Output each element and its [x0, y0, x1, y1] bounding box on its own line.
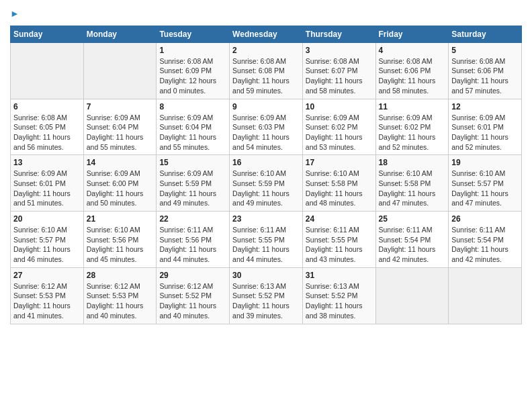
calendar-cell: 6Sunrise: 6:08 AM Sunset: 6:05 PM Daylig… — [11, 99, 84, 155]
calendar-cell: 19Sunrise: 6:10 AM Sunset: 5:57 PM Dayli… — [449, 155, 522, 212]
day-info: Sunrise: 6:11 AM Sunset: 5:55 PM Dayligh… — [232, 225, 300, 265]
day-info: Sunrise: 6:11 AM Sunset: 5:55 PM Dayligh… — [306, 225, 373, 265]
calendar-cell: 12Sunrise: 6:09 AM Sunset: 6:01 PM Dayli… — [449, 99, 522, 155]
calendar-cell — [449, 267, 522, 324]
day-number: 9 — [232, 102, 300, 111]
calendar-cell: 21Sunrise: 6:10 AM Sunset: 5:56 PM Dayli… — [83, 212, 157, 268]
col-header-saturday: Saturday — [449, 26, 522, 42]
day-number: 3 — [306, 46, 373, 55]
calendar-cell: 5Sunrise: 6:08 AM Sunset: 6:06 PM Daylig… — [449, 42, 522, 99]
calendar-cell — [83, 42, 157, 99]
calendar-cell: 7Sunrise: 6:09 AM Sunset: 6:04 PM Daylig… — [83, 99, 157, 155]
day-number: 4 — [379, 46, 446, 55]
day-info: Sunrise: 6:10 AM Sunset: 5:56 PM Dayligh… — [87, 225, 154, 265]
day-number: 20 — [13, 214, 81, 224]
day-number: 18 — [379, 158, 446, 167]
calendar-cell: 1Sunrise: 6:08 AM Sunset: 6:09 PM Daylig… — [157, 42, 230, 99]
calendar-cell: 30Sunrise: 6:13 AM Sunset: 5:52 PM Dayli… — [230, 267, 303, 324]
day-info: Sunrise: 6:09 AM Sunset: 6:01 PM Dayligh… — [451, 113, 519, 152]
day-info: Sunrise: 6:12 AM Sunset: 5:52 PM Dayligh… — [159, 281, 226, 321]
day-info: Sunrise: 6:11 AM Sunset: 5:54 PM Dayligh… — [379, 225, 446, 265]
day-info: Sunrise: 6:10 AM Sunset: 5:58 PM Dayligh… — [379, 169, 446, 208]
calendar-cell: 23Sunrise: 6:11 AM Sunset: 5:55 PM Dayli… — [230, 212, 303, 268]
col-header-tuesday: Tuesday — [157, 26, 230, 42]
calendar-cell — [375, 267, 449, 324]
week-row-5: 27Sunrise: 6:12 AM Sunset: 5:53 PM Dayli… — [11, 267, 522, 324]
day-number: 25 — [379, 214, 446, 224]
col-header-wednesday: Wednesday — [230, 26, 303, 42]
day-info: Sunrise: 6:11 AM Sunset: 5:54 PM Dayligh… — [451, 225, 519, 265]
day-number: 26 — [451, 214, 519, 224]
calendar-cell: 28Sunrise: 6:12 AM Sunset: 5:53 PM Dayli… — [83, 267, 157, 324]
day-info: Sunrise: 6:08 AM Sunset: 6:06 PM Dayligh… — [451, 56, 519, 96]
day-number: 10 — [306, 102, 373, 111]
calendar-header-row: SundayMondayTuesdayWednesdayThursdayFrid… — [11, 26, 522, 42]
calendar-cell — [11, 42, 84, 99]
calendar-cell: 25Sunrise: 6:11 AM Sunset: 5:54 PM Dayli… — [375, 212, 449, 268]
calendar-cell: 10Sunrise: 6:09 AM Sunset: 6:02 PM Dayli… — [302, 99, 375, 155]
calendar-cell: 20Sunrise: 6:10 AM Sunset: 5:57 PM Dayli… — [11, 212, 84, 268]
day-number: 24 — [306, 214, 373, 224]
day-info: Sunrise: 6:09 AM Sunset: 5:59 PM Dayligh… — [159, 169, 226, 208]
calendar-cell: 26Sunrise: 6:11 AM Sunset: 5:54 PM Dayli… — [449, 212, 522, 268]
day-info: Sunrise: 6:08 AM Sunset: 6:09 PM Dayligh… — [159, 56, 226, 96]
col-header-sunday: Sunday — [11, 26, 84, 42]
day-info: Sunrise: 6:10 AM Sunset: 5:59 PM Dayligh… — [232, 169, 300, 208]
day-number: 22 — [159, 214, 226, 224]
week-row-1: 1Sunrise: 6:08 AM Sunset: 6:09 PM Daylig… — [11, 42, 522, 99]
logo: ► — [10, 7, 19, 20]
day-number: 21 — [87, 214, 154, 224]
day-info: Sunrise: 6:09 AM Sunset: 6:03 PM Dayligh… — [232, 113, 300, 152]
calendar-cell: 24Sunrise: 6:11 AM Sunset: 5:55 PM Dayli… — [302, 212, 375, 268]
calendar-cell: 29Sunrise: 6:12 AM Sunset: 5:52 PM Dayli… — [157, 267, 230, 324]
col-header-monday: Monday — [83, 26, 157, 42]
calendar-cell: 18Sunrise: 6:10 AM Sunset: 5:58 PM Dayli… — [375, 155, 449, 212]
day-number: 17 — [306, 158, 373, 167]
day-number: 6 — [13, 102, 81, 111]
day-info: Sunrise: 6:08 AM Sunset: 6:07 PM Dayligh… — [306, 56, 373, 96]
calendar-cell: 15Sunrise: 6:09 AM Sunset: 5:59 PM Dayli… — [157, 155, 230, 212]
calendar-cell: 16Sunrise: 6:10 AM Sunset: 5:59 PM Dayli… — [230, 155, 303, 212]
calendar-cell: 22Sunrise: 6:11 AM Sunset: 5:56 PM Dayli… — [157, 212, 230, 268]
day-number: 15 — [159, 158, 226, 167]
day-info: Sunrise: 6:11 AM Sunset: 5:56 PM Dayligh… — [159, 225, 226, 265]
day-info: Sunrise: 6:10 AM Sunset: 5:57 PM Dayligh… — [13, 225, 81, 265]
day-info: Sunrise: 6:13 AM Sunset: 5:52 PM Dayligh… — [306, 281, 373, 321]
day-number: 23 — [232, 214, 300, 224]
calendar-table: SundayMondayTuesdayWednesdayThursdayFrid… — [10, 26, 522, 324]
day-number: 11 — [379, 102, 446, 111]
page-header: ► — [10, 7, 522, 20]
calendar-cell: 2Sunrise: 6:08 AM Sunset: 6:08 PM Daylig… — [230, 42, 303, 99]
day-number: 29 — [159, 271, 226, 280]
day-number: 5 — [451, 46, 519, 55]
calendar-cell: 27Sunrise: 6:12 AM Sunset: 5:53 PM Dayli… — [11, 267, 84, 324]
week-row-4: 20Sunrise: 6:10 AM Sunset: 5:57 PM Dayli… — [11, 212, 522, 268]
day-number: 2 — [232, 46, 300, 55]
calendar-cell: 17Sunrise: 6:10 AM Sunset: 5:58 PM Dayli… — [302, 155, 375, 212]
day-number: 13 — [13, 158, 81, 167]
day-number: 8 — [159, 102, 226, 111]
week-row-3: 13Sunrise: 6:09 AM Sunset: 6:01 PM Dayli… — [11, 155, 522, 212]
calendar-cell: 13Sunrise: 6:09 AM Sunset: 6:01 PM Dayli… — [11, 155, 84, 212]
day-number: 27 — [13, 271, 81, 280]
day-info: Sunrise: 6:10 AM Sunset: 5:58 PM Dayligh… — [306, 169, 373, 208]
day-number: 19 — [451, 158, 519, 167]
day-number: 28 — [87, 271, 154, 280]
calendar-cell: 3Sunrise: 6:08 AM Sunset: 6:07 PM Daylig… — [302, 42, 375, 99]
day-info: Sunrise: 6:12 AM Sunset: 5:53 PM Dayligh… — [87, 281, 154, 321]
day-info: Sunrise: 6:08 AM Sunset: 6:08 PM Dayligh… — [232, 56, 300, 96]
day-info: Sunrise: 6:09 AM Sunset: 6:04 PM Dayligh… — [159, 113, 226, 152]
day-info: Sunrise: 6:10 AM Sunset: 5:57 PM Dayligh… — [451, 169, 519, 208]
day-number: 30 — [232, 271, 300, 280]
col-header-thursday: Thursday — [302, 26, 375, 42]
day-info: Sunrise: 6:08 AM Sunset: 6:06 PM Dayligh… — [379, 56, 446, 96]
calendar-cell: 9Sunrise: 6:09 AM Sunset: 6:03 PM Daylig… — [230, 99, 303, 155]
day-number: 14 — [87, 158, 154, 167]
day-info: Sunrise: 6:09 AM Sunset: 6:02 PM Dayligh… — [306, 113, 373, 152]
col-header-friday: Friday — [375, 26, 449, 42]
day-info: Sunrise: 6:13 AM Sunset: 5:52 PM Dayligh… — [232, 281, 300, 321]
day-number: 1 — [159, 46, 226, 55]
day-info: Sunrise: 6:09 AM Sunset: 6:00 PM Dayligh… — [87, 169, 154, 208]
day-number: 7 — [87, 102, 154, 111]
day-number: 16 — [232, 158, 300, 167]
